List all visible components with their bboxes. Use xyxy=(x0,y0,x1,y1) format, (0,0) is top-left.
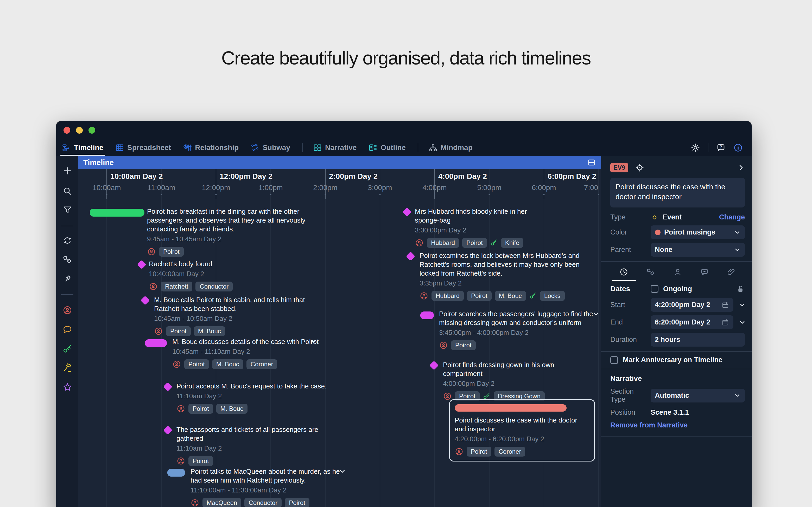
settings-gear-icon[interactable] xyxy=(691,143,700,152)
tag-chip[interactable]: M. Bouc xyxy=(495,291,526,301)
nav-tab-mindmap[interactable]: Mindmap xyxy=(428,139,473,156)
duration-value: 2 hours xyxy=(655,336,741,344)
expand-event-chevron-down-icon[interactable] xyxy=(310,338,317,345)
end-date-input[interactable]: 6:20:00pm Day 2 xyxy=(651,316,733,329)
info-icon[interactable] xyxy=(733,143,743,152)
tag-chip[interactable]: Hubbard xyxy=(432,291,464,301)
event-card[interactable]: Poirot talks to MacQueen about the murde… xyxy=(191,467,352,507)
event-diamond-marker[interactable] xyxy=(163,382,172,391)
event-duration-bar[interactable] xyxy=(145,339,167,347)
tag-chip[interactable]: Coroner xyxy=(495,447,525,457)
duration-input[interactable]: 2 hours xyxy=(651,333,745,347)
event-card[interactable]: Poirot finds dressing gown in his own co… xyxy=(443,360,578,401)
expand-event-chevron-down-icon[interactable] xyxy=(592,310,600,318)
nav-tab-timeline[interactable]: Timeline xyxy=(62,139,103,156)
start-date-input[interactable]: 4:20:00pm Day 2 xyxy=(651,298,733,312)
inspector-tab-attachment[interactable] xyxy=(718,264,745,281)
nav-tab-relationship[interactable]: Relationship xyxy=(183,139,239,156)
event-card[interactable]: Mrs Hubbard finds bloody knife in her sp… xyxy=(415,207,550,248)
event-diamond-marker[interactable] xyxy=(141,296,150,305)
zoom-window-button[interactable] xyxy=(89,127,95,134)
nav-tab-outline[interactable]: Outline xyxy=(368,139,405,156)
inspector-tab-shapes[interactable] xyxy=(637,264,664,281)
help-icon[interactable]: ? xyxy=(716,143,725,152)
parent-select[interactable]: None xyxy=(651,243,745,257)
change-type-link[interactable]: Change xyxy=(719,213,745,221)
event-diamond-marker[interactable] xyxy=(406,252,415,261)
selected-event-card[interactable]: Poirot discusses the case with the docto… xyxy=(449,399,595,461)
ongoing-checkbox[interactable] xyxy=(651,285,658,293)
tag-chip[interactable]: Poirot xyxy=(184,359,209,369)
tag-chip[interactable]: Poirot xyxy=(285,498,309,507)
event-diamond-marker[interactable] xyxy=(163,426,172,435)
event-diamond-marker[interactable] xyxy=(402,208,411,217)
tag-chip[interactable]: Locks xyxy=(540,291,565,301)
sidebar-key-icon[interactable] xyxy=(62,344,72,354)
event-card[interactable]: Poirot examines the lock between Mrs Hub… xyxy=(419,251,583,301)
minimize-window-button[interactable] xyxy=(76,127,83,134)
event-card[interactable]: M. Bouc calls Poirot to his cabin, and t… xyxy=(154,295,326,336)
tag-chip[interactable]: Poirot xyxy=(451,340,476,350)
inspector-tab-clock[interactable] xyxy=(610,264,637,281)
event-card[interactable]: Poirot has breakfast in the dining car w… xyxy=(147,207,319,257)
calendar-icon[interactable] xyxy=(721,301,729,309)
section-type-select[interactable]: Automatic xyxy=(651,389,745,402)
event-diamond-marker[interactable] xyxy=(137,260,146,269)
split-view-icon[interactable] xyxy=(587,158,596,167)
tag-chip[interactable]: Poirot xyxy=(462,238,487,248)
sidebar-star-icon[interactable] xyxy=(62,382,72,392)
tag-chip[interactable]: Conductor xyxy=(196,282,233,291)
tag-chip[interactable]: Ratchett xyxy=(161,282,192,291)
inspector-tab-comments[interactable] xyxy=(691,264,718,281)
tag-chip[interactable]: Poirot xyxy=(467,447,491,457)
expand-event-chevron-down-icon[interactable] xyxy=(338,467,346,475)
sidebar-plus-icon[interactable] xyxy=(62,166,72,176)
event-duration-bar[interactable] xyxy=(90,209,144,217)
lock-open-icon[interactable] xyxy=(736,284,745,293)
event-card[interactable]: The passports and tickets of all passeng… xyxy=(176,425,343,466)
sidebar-flag-icon[interactable] xyxy=(62,363,72,373)
start-expand-chevron-down-icon[interactable] xyxy=(739,301,746,308)
end-expand-chevron-down-icon[interactable] xyxy=(739,319,746,326)
tag-chip[interactable]: M. Bouc xyxy=(212,359,243,369)
sidebar-search-icon[interactable] xyxy=(62,186,72,196)
tag-chip[interactable]: M. Bouc xyxy=(216,404,248,414)
locate-crosshair-icon[interactable] xyxy=(635,163,644,172)
tag-chip[interactable]: Poirot xyxy=(166,326,191,336)
collapse-panel-chevron-right-icon[interactable] xyxy=(737,164,745,172)
sidebar-character-icon[interactable] xyxy=(62,305,72,315)
event-card[interactable]: Rachett's body found10:40:00am Day 2Ratc… xyxy=(149,260,261,291)
event-duration-bar[interactable] xyxy=(455,404,567,411)
tag-chip[interactable]: Poirot xyxy=(189,456,213,466)
event-duration-bar[interactable] xyxy=(167,469,185,476)
nav-tab-subway[interactable]: Subway xyxy=(251,139,290,156)
sidebar-filter-icon[interactable] xyxy=(62,205,72,215)
nav-tab-spreadsheet[interactable]: Spreadsheet xyxy=(115,139,171,156)
calendar-icon[interactable] xyxy=(721,319,729,326)
sidebar-pin-icon[interactable] xyxy=(62,274,72,284)
event-duration-bar[interactable] xyxy=(420,312,434,319)
tag-chip[interactable]: M. Bouc xyxy=(194,326,225,336)
sidebar-shapes-icon[interactable] xyxy=(62,255,72,265)
event-card[interactable]: Poirot accepts M. Bouc's request to take… xyxy=(176,382,338,414)
anniversary-checkbox[interactable] xyxy=(610,356,618,364)
tag-chip[interactable]: Poirot xyxy=(159,247,184,257)
sidebar-chat-icon[interactable] xyxy=(62,325,72,334)
nav-tab-narrative[interactable]: Narrative xyxy=(313,139,357,156)
event-title-input[interactable]: Poirot discusses the case with the docto… xyxy=(610,178,745,208)
event-card[interactable]: Poirot searches the passengers' luggage … xyxy=(439,309,601,350)
tag-chip[interactable]: Hubbard xyxy=(427,238,459,248)
inspector-tab-person[interactable] xyxy=(664,264,691,281)
tag-chip[interactable]: MacQueen xyxy=(202,498,241,507)
tag-chip[interactable]: Coroner xyxy=(247,359,277,369)
remove-from-narrative-link[interactable]: Remove from Narrative xyxy=(610,421,745,429)
tag-chip[interactable]: Poirot xyxy=(189,404,213,414)
color-select[interactable]: Poirot musings xyxy=(651,225,745,239)
event-card[interactable]: M. Bouc discusses details of the case wi… xyxy=(172,337,323,369)
tag-chip[interactable]: Conductor xyxy=(244,498,282,507)
event-diamond-marker[interactable] xyxy=(429,361,439,370)
close-window-button[interactable] xyxy=(63,127,70,134)
tag-chip[interactable]: Poirot xyxy=(467,291,492,301)
tag-chip[interactable]: Knife xyxy=(501,238,524,248)
sidebar-sync-icon[interactable] xyxy=(62,235,72,245)
